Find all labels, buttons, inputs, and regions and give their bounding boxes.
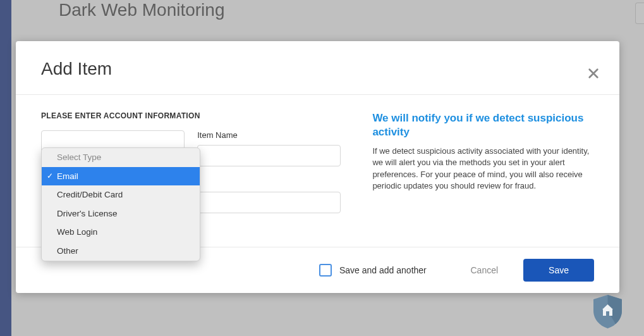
dropdown-option-label: Email: [57, 171, 78, 181]
item-name-label: Item Name: [197, 130, 341, 140]
dropdown-option-weblogin[interactable]: Web Login: [42, 223, 200, 242]
shield-badge-icon: [590, 292, 625, 330]
dropdown-option-license[interactable]: Driver's License: [42, 204, 200, 223]
checkmark-icon: ✓: [47, 170, 53, 182]
dropdown-option-email[interactable]: ✓ Email: [42, 167, 200, 186]
section-heading: PLEASE ENTER ACCOUNT INFORMATION: [41, 111, 341, 120]
save-button[interactable]: Save: [523, 259, 594, 282]
save-add-another-checkbox[interactable]: [319, 264, 332, 277]
save-add-another-label: Save and add another: [339, 265, 427, 275]
save-add-another-wrap: Save and add another: [319, 264, 427, 277]
info-title: We will notify you if we detect suspicio…: [372, 111, 594, 139]
modal-body: PLEASE ENTER ACCOUNT INFORMATION Select …: [16, 95, 619, 213]
svg-rect-2: [606, 311, 609, 316]
info-text: If we detect suspicious activity associa…: [372, 146, 594, 192]
close-icon: [588, 68, 599, 79]
info-column: We will notify you if we detect suspicio…: [372, 111, 594, 213]
modal-title: Add Item: [41, 59, 594, 79]
item-name-field-wrap: Item Name: [197, 130, 341, 166]
form-row-1: Select Type ✓ Email Credit/Debit Card Dr…: [41, 130, 341, 166]
dropdown-option-other[interactable]: Other: [42, 242, 200, 261]
dropdown-option-label: Driver's License: [57, 209, 118, 218]
modal-header: Add Item: [16, 41, 619, 95]
dropdown-option-label: Other: [57, 246, 78, 256]
type-dropdown: Select Type ✓ Email Credit/Debit Card Dr…: [41, 147, 200, 261]
cancel-button[interactable]: Cancel: [470, 265, 498, 275]
dropdown-header: Select Type: [42, 148, 200, 167]
dropdown-option-label: Web Login: [57, 227, 97, 237]
add-item-modal: Add Item PLEASE ENTER ACCOUNT INFORMATIO…: [16, 41, 619, 293]
form-column: PLEASE ENTER ACCOUNT INFORMATION Select …: [41, 111, 341, 213]
dropdown-option-label: Credit/Debit Card: [57, 190, 123, 199]
item-name-input[interactable]: [197, 145, 341, 166]
close-button[interactable]: [588, 68, 600, 80]
dropdown-option-card[interactable]: Credit/Debit Card: [42, 185, 200, 204]
type-field-wrap: Select Type ✓ Email Credit/Debit Card Dr…: [41, 130, 185, 166]
